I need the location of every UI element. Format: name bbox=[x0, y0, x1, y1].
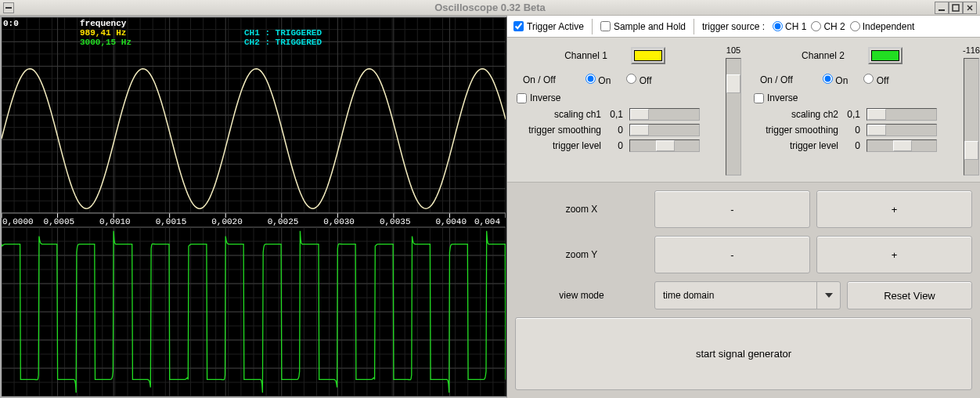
view-mode-label: view mode bbox=[515, 281, 648, 309]
ch1-smoothing-value: 0 bbox=[607, 125, 623, 136]
sample-hold-checkbox[interactable]: Sample and Hold bbox=[600, 21, 686, 32]
ch2-level-slider[interactable] bbox=[867, 139, 937, 152]
ch2-level-label: trigger level bbox=[751, 140, 838, 151]
window-title: Oscilloscope 0.32 Beta bbox=[0, 2, 980, 13]
scope-status-ch2: CH2 : TRIGGERED bbox=[244, 38, 322, 47]
ch1-vslider-value: 105 bbox=[726, 45, 740, 55]
ch1-inverse-checkbox[interactable]: Inverse bbox=[513, 92, 716, 103]
reset-view-button[interactable]: Reset View bbox=[847, 281, 972, 309]
trigger-active-label: Trigger Active bbox=[527, 21, 584, 32]
scope-display: 0,00000,00050,00100,00150,00200,00250,00… bbox=[0, 16, 507, 398]
zoom-y-label: zoom Y bbox=[515, 236, 648, 273]
divider bbox=[694, 19, 694, 34]
channel-2-title: Channel 2 bbox=[802, 50, 845, 61]
minimize-button[interactable] bbox=[935, 2, 949, 14]
svg-rect-0 bbox=[939, 9, 945, 11]
channel-1-color-swatch[interactable] bbox=[631, 47, 665, 64]
svg-text:0,0015: 0,0015 bbox=[156, 217, 187, 226]
ch2-level-value: 0 bbox=[845, 140, 860, 151]
channel-2-color-swatch[interactable] bbox=[868, 47, 903, 64]
scope-coord: 0:0 bbox=[3, 19, 19, 28]
zoom-y-plus-button[interactable]: + bbox=[816, 236, 972, 273]
scope-status-ch1: CH1 : TRIGGERED bbox=[244, 28, 322, 38]
maximize-button[interactable] bbox=[949, 2, 963, 14]
trigger-active-checkbox[interactable]: Trigger Active bbox=[513, 21, 584, 32]
system-menu-icon[interactable] bbox=[3, 2, 14, 13]
scope-freq-label: frequency bbox=[80, 19, 126, 28]
ch1-on-radio[interactable]: On bbox=[585, 74, 611, 86]
ch1-scaling-value: 0,1 bbox=[607, 109, 623, 120]
channel-1-title: Channel 1 bbox=[564, 50, 607, 61]
svg-text:0,0005: 0,0005 bbox=[44, 217, 75, 226]
ch2-scaling-label: scaling ch2 bbox=[751, 109, 838, 120]
ch2-off-radio[interactable]: Off bbox=[863, 74, 888, 86]
ch2-inverse-checkbox[interactable]: Inverse bbox=[751, 92, 953, 103]
svg-text:0,0025: 0,0025 bbox=[268, 217, 299, 226]
divider bbox=[592, 19, 593, 34]
trigger-source-independent[interactable]: Independent bbox=[850, 21, 915, 32]
scope-freq-ch1: 989,41 Hz bbox=[80, 28, 126, 38]
view-mode-value: time domain bbox=[655, 282, 816, 309]
svg-text:0,0040: 0,0040 bbox=[435, 217, 467, 226]
channel-1-panel: Channel 1 On / Off On Off Inverse scalin… bbox=[510, 44, 719, 175]
close-button[interactable] bbox=[963, 2, 977, 14]
svg-text:0,0010: 0,0010 bbox=[99, 217, 131, 226]
ch1-level-label: trigger level bbox=[513, 140, 601, 151]
scope-canvas: 0,00000,00050,00100,00150,00200,00250,00… bbox=[2, 17, 506, 396]
zoom-x-minus-button[interactable]: - bbox=[654, 190, 810, 228]
trigger-source-ch2[interactable]: CH 2 bbox=[811, 21, 845, 32]
ch2-smoothing-slider[interactable] bbox=[867, 124, 937, 136]
ch1-level-slider[interactable] bbox=[629, 139, 700, 152]
svg-text:0,0020: 0,0020 bbox=[211, 217, 243, 226]
trigger-source-ch1[interactable]: CH 1 bbox=[773, 21, 806, 32]
ch1-offset-slider[interactable] bbox=[726, 58, 741, 175]
view-mode-select[interactable]: time domain bbox=[654, 281, 841, 309]
ch2-on-radio[interactable]: On bbox=[823, 74, 848, 86]
ch1-smoothing-label: trigger smoothing bbox=[513, 125, 601, 136]
channel-2-panel: Channel 2 On / Off On Off Inverse scalin… bbox=[748, 44, 957, 175]
ch1-scaling-slider[interactable] bbox=[629, 108, 700, 121]
ch2-offset-slider[interactable] bbox=[964, 58, 979, 175]
scope-freq-ch2: 3000,15 Hz bbox=[80, 38, 132, 47]
svg-text:0,004: 0,004 bbox=[474, 217, 500, 226]
ch1-off-radio[interactable]: Off bbox=[626, 74, 651, 86]
zoom-x-label: zoom X bbox=[515, 190, 648, 228]
ch2-scaling-value: 0,1 bbox=[845, 109, 860, 120]
start-signal-generator-button[interactable]: start signal generator bbox=[515, 317, 972, 390]
svg-text:0,0030: 0,0030 bbox=[323, 217, 355, 226]
channels-panel: Channel 1 On / Off On Off Inverse scalin… bbox=[507, 38, 980, 182]
zoom-y-minus-button[interactable]: - bbox=[654, 236, 810, 273]
ch2-smoothing-value: 0 bbox=[845, 125, 860, 136]
ch2-onoff-label: On / Off bbox=[760, 74, 807, 85]
ch2-vslider-value: -116 bbox=[963, 45, 980, 55]
svg-rect-81 bbox=[2, 213, 506, 227]
ch1-smoothing-slider[interactable] bbox=[629, 124, 700, 136]
trigger-source-radios: CH 1 CH 2 Independent bbox=[773, 21, 914, 32]
ch2-scaling-slider[interactable] bbox=[867, 108, 937, 121]
trigger-topbar: Trigger Active Sample and Hold trigger s… bbox=[507, 16, 980, 38]
svg-text:0,0035: 0,0035 bbox=[380, 217, 411, 226]
svg-rect-1 bbox=[953, 5, 959, 11]
zoom-x-plus-button[interactable]: + bbox=[816, 190, 972, 228]
ch1-level-value: 0 bbox=[607, 140, 623, 151]
sample-hold-label: Sample and Hold bbox=[614, 21, 686, 32]
window-titlebar: Oscilloscope 0.32 Beta bbox=[0, 0, 980, 16]
ch2-smoothing-label: trigger smoothing bbox=[751, 125, 838, 136]
chevron-down-icon[interactable] bbox=[816, 282, 840, 309]
view-controls-panel: zoom X - + zoom Y - + view mode time dom… bbox=[507, 182, 980, 398]
trigger-source-label: trigger source : bbox=[702, 21, 765, 32]
svg-text:0,0000: 0,0000 bbox=[2, 217, 34, 226]
ch1-scaling-label: scaling ch1 bbox=[513, 109, 601, 120]
ch1-onoff-label: On / Off bbox=[523, 74, 570, 85]
